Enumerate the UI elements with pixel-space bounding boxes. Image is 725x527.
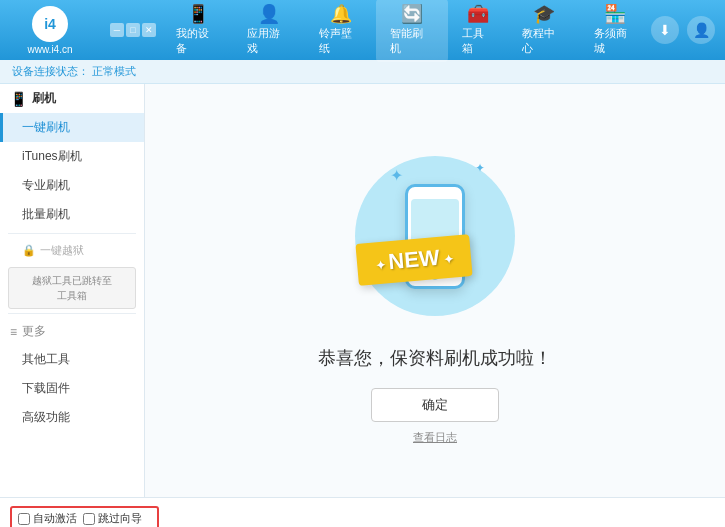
- logo-area: i4 www.i4.cn: [10, 6, 90, 55]
- tutorial-icon: 🎓: [533, 5, 555, 23]
- main-content: NEW ✦ ✦ 恭喜您，保资料刷机成功啦！ 确定 查看日志: [145, 84, 725, 497]
- nav-toolbox[interactable]: 🧰 工具箱: [448, 0, 509, 62]
- nav-service[interactable]: 🏪 务须商城: [580, 0, 651, 62]
- app-header: i4 www.i4.cn ─ □ ✕ 📱 我的设备 👤 应用游戏 🔔 铃声壁纸 …: [0, 0, 725, 60]
- main-nav: 📱 我的设备 👤 应用游戏 🔔 铃声壁纸 🔄 智能刷机 🧰 工具箱 🎓 教程中心…: [162, 0, 651, 62]
- service-icon: 🏪: [604, 5, 626, 23]
- download-button[interactable]: ⬇: [651, 16, 679, 44]
- sidebar-item-advanced[interactable]: 高级功能: [0, 403, 144, 432]
- nav-my-device[interactable]: 📱 我的设备: [162, 0, 233, 62]
- bottom-device-bar: 自动激活 跳过向导 📱 iPhone 15 Pro Max 512GB iPho…: [0, 497, 725, 527]
- sidebar-divider-2: [8, 313, 136, 314]
- view-log-link[interactable]: 查看日志: [413, 430, 457, 445]
- sidebar-section-more: ≡ 更多: [0, 318, 144, 345]
- breadcrumb: 设备连接状态： 正常模式: [0, 60, 725, 84]
- flash-icon: 🔄: [401, 5, 423, 23]
- main-layout: 📱 刷机 一键刷机 iTunes刷机 专业刷机 批量刷机 🔒 一键越狱 越狱工具…: [0, 84, 725, 497]
- auto-guide-checkbox[interactable]: [83, 513, 95, 525]
- sidebar-item-one-key-flash[interactable]: 一键刷机: [0, 113, 144, 142]
- ringtone-icon: 🔔: [330, 5, 352, 23]
- account-button[interactable]: 👤: [687, 16, 715, 44]
- more-section-icon: ≡: [10, 325, 17, 339]
- sidebar-item-pro-flash[interactable]: 专业刷机: [0, 171, 144, 200]
- notice-box: 越狱工具已跳转至 工具箱: [8, 267, 136, 309]
- sidebar-item-batch-flash[interactable]: 批量刷机: [0, 200, 144, 229]
- nav-app-games[interactable]: 👤 应用游戏: [233, 0, 304, 62]
- auto-activate-option[interactable]: 自动激活: [18, 511, 77, 526]
- toolbox-icon: 🧰: [467, 5, 489, 23]
- success-illustration: NEW ✦ ✦: [335, 136, 535, 336]
- nav-ringtone[interactable]: 🔔 铃声壁纸: [305, 0, 376, 62]
- close-button[interactable]: ✕: [142, 23, 156, 37]
- auto-guide-option[interactable]: 跳过向导: [83, 511, 142, 526]
- sidebar-item-itunes-flash[interactable]: iTunes刷机: [0, 142, 144, 171]
- nav-smart-flash[interactable]: 🔄 智能刷机: [376, 0, 447, 62]
- sidebar-disabled-jailbreak: 🔒 一键越狱: [0, 238, 144, 263]
- success-message: 恭喜您，保资料刷机成功啦！: [318, 346, 552, 370]
- logo-icon: i4: [32, 6, 68, 42]
- logo-url: www.i4.cn: [27, 44, 72, 55]
- sidebar: 📱 刷机 一键刷机 iTunes刷机 专业刷机 批量刷机 🔒 一键越狱 越狱工具…: [0, 84, 145, 497]
- auto-options-group: 自动激活 跳过向导: [10, 506, 159, 527]
- nav-tutorial[interactable]: 🎓 教程中心: [508, 0, 579, 62]
- sparkle-1: ✦: [390, 166, 403, 185]
- auto-activate-checkbox[interactable]: [18, 513, 30, 525]
- sidebar-item-other-tools[interactable]: 其他工具: [0, 345, 144, 374]
- maximize-button[interactable]: □: [126, 23, 140, 37]
- sparkle-2: ✦: [475, 161, 485, 175]
- confirm-button[interactable]: 确定: [371, 388, 499, 422]
- header-right: ⬇ 👤: [651, 16, 715, 44]
- sidebar-item-download-fw[interactable]: 下载固件: [0, 374, 144, 403]
- app-icon: 👤: [258, 5, 280, 23]
- flash-section-icon: 📱: [10, 91, 27, 107]
- window-controls: ─ □ ✕: [110, 23, 156, 37]
- sidebar-section-flash: 📱 刷机: [0, 84, 144, 113]
- minimize-button[interactable]: ─: [110, 23, 124, 37]
- lock-icon: 🔒: [22, 244, 36, 257]
- device-icon: 📱: [187, 5, 209, 23]
- sidebar-divider-1: [8, 233, 136, 234]
